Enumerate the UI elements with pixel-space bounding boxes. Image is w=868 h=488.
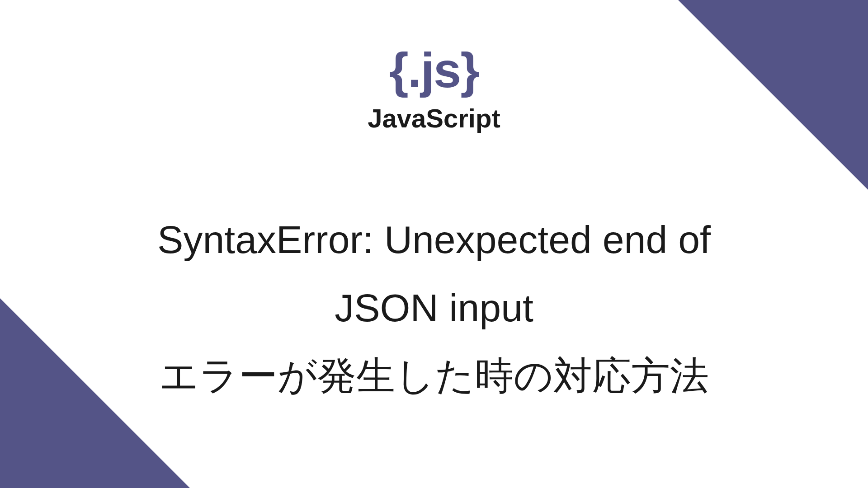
title-line-3: エラーが発生した時の対応方法 (157, 342, 711, 410)
title-line-2: JSON input (157, 274, 711, 342)
logo-label: JavaScript (368, 103, 500, 133)
main-content: {.js} JavaScript SyntaxError: Unexpected… (0, 0, 868, 488)
page-title: SyntaxError: Unexpected end of JSON inpu… (157, 206, 711, 410)
js-logo-icon: {.js} (389, 45, 479, 95)
title-line-1: SyntaxError: Unexpected end of (157, 206, 711, 274)
logo-section: {.js} JavaScript (368, 45, 500, 133)
